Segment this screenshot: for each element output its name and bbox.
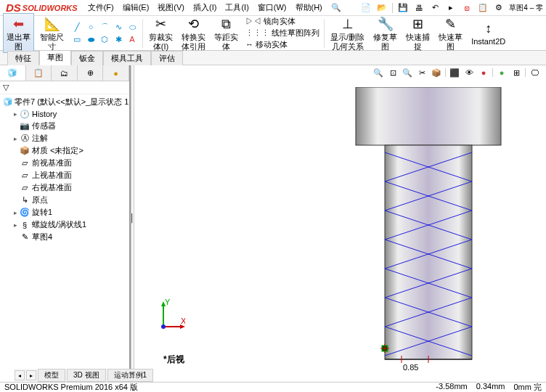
- filter-icon[interactable]: ▽: [3, 83, 13, 93]
- tab-3dview[interactable]: 3D 视图: [67, 369, 106, 382]
- convert-button[interactable]: ⟲ 转换实 体引用: [179, 14, 208, 52]
- exit-sketch-button[interactable]: ⬅ 退出草 图: [3, 13, 34, 52]
- text-icon[interactable]: A: [126, 33, 138, 45]
- menu-view[interactable]: 视图(V): [153, 2, 189, 13]
- display-relations-button[interactable]: ⊥ 显示/删除 几何关系: [327, 14, 367, 52]
- dim-tab[interactable]: ⊕: [78, 65, 104, 81]
- tree-history[interactable]: ▸🕐History: [1, 108, 128, 120]
- menu-tools[interactable]: 工具(I): [221, 2, 253, 13]
- expand-icon[interactable]: ▸: [12, 221, 19, 229]
- appearance-icon[interactable]: ●: [496, 67, 508, 78]
- save-icon[interactable]: 💾: [397, 2, 409, 14]
- config-tab[interactable]: 🗂: [52, 65, 78, 81]
- tree-helix[interactable]: ▸§螺旋线/涡状线1: [1, 219, 128, 231]
- display-tab[interactable]: ●: [103, 65, 129, 81]
- status-bar: SOLIDWORKS Premium 2016 x64 版 -3.58mm 0.…: [0, 382, 546, 392]
- new-icon[interactable]: 📄: [360, 2, 372, 14]
- menu-window[interactable]: 窗口(W): [253, 2, 291, 13]
- tab-model[interactable]: 模型: [38, 369, 65, 382]
- tree-front-plane[interactable]: ▱前视基准面: [1, 157, 128, 169]
- tab-mold[interactable]: 模具工具: [103, 51, 151, 65]
- select-icon[interactable]: ▸: [445, 2, 457, 14]
- mirror-icon: ▷◁: [245, 17, 261, 25]
- menu-edit[interactable]: 编辑(E): [118, 2, 154, 13]
- polygon-icon[interactable]: ⬡: [99, 33, 110, 45]
- point-icon[interactable]: ✱: [113, 33, 124, 45]
- tab-evaluate[interactable]: 评估: [151, 51, 183, 65]
- options-icon[interactable]: 📋: [477, 2, 489, 14]
- doc-name: 草图4 – 零: [509, 3, 543, 13]
- heads-up-toolbar: 🔍 ⊡ 🔍 ✂ 📦 ⬛ 👁 ● ● ⊞ 🖵: [372, 67, 540, 78]
- tree-origin[interactable]: ↳原点: [1, 194, 128, 206]
- ds-logo-icon: DS: [6, 1, 21, 14]
- instant2d-button[interactable]: ↕ Instant2D: [468, 18, 508, 47]
- tree-top-plane[interactable]: ▱上视基准面: [1, 169, 128, 181]
- smart-dim-button[interactable]: 📐 智能尺 寸: [37, 14, 67, 52]
- tree-sketch4[interactable]: ✎草图4: [1, 231, 128, 243]
- mirror-button[interactable]: ▷◁ 镜向实体: [245, 16, 319, 27]
- feature-tree-tab[interactable]: 🧊: [0, 65, 26, 81]
- tab-feature[interactable]: 特征: [7, 51, 39, 65]
- tree-sensors[interactable]: 📷传感器: [1, 120, 128, 132]
- tree-right-plane[interactable]: ▱右视基准面: [1, 181, 128, 194]
- undo-icon[interactable]: ↶: [429, 2, 441, 14]
- viewport[interactable]: 🔍 ⊡ 🔍 ✂ 📦 ⬛ 👁 ● ● ⊞ 🖵: [134, 65, 546, 370]
- menu-insert[interactable]: 插入(I): [189, 2, 221, 13]
- ellipse-icon[interactable]: ⬭: [126, 21, 138, 33]
- spline-icon[interactable]: ∿: [113, 21, 124, 33]
- prev-view-icon[interactable]: 🔍: [402, 67, 413, 78]
- zoom-fit-icon[interactable]: 🔍: [372, 67, 384, 78]
- open-icon[interactable]: 📂: [376, 2, 388, 14]
- instant2d-icon: ↕: [480, 20, 497, 37]
- menu-search-icon[interactable]: 🔍: [327, 3, 346, 12]
- tab-motion[interactable]: 运动算例1: [107, 369, 154, 382]
- origin-icon: ↳: [19, 195, 30, 205]
- zoom-area-icon[interactable]: ⊡: [387, 67, 399, 78]
- view-triad[interactable]: Y X: [149, 298, 185, 334]
- expand-icon[interactable]: ▸: [12, 110, 19, 118]
- trim-button[interactable]: ✂ 剪裁实 体(I): [146, 14, 176, 52]
- move-button[interactable]: ↔ 移动实体: [245, 39, 319, 50]
- scene-icon[interactable]: ●: [478, 67, 489, 78]
- menu-help[interactable]: 帮助(H): [291, 2, 327, 13]
- smart-dim-icon: 📐: [44, 15, 61, 33]
- repair-button[interactable]: 🔧 修复草 图: [370, 14, 400, 52]
- print-icon[interactable]: 🖶: [413, 2, 425, 14]
- line-icon[interactable]: ╱: [71, 21, 83, 33]
- render-icon[interactable]: ⊞: [510, 67, 522, 78]
- move-icon: ↔: [245, 40, 253, 49]
- menu-file[interactable]: 文件(F): [83, 2, 118, 13]
- display-style-icon[interactable]: ⬛: [449, 67, 460, 78]
- slot-icon[interactable]: ⬬: [85, 33, 97, 45]
- tree-annotations[interactable]: ▸Ⓐ注解: [1, 132, 128, 144]
- rapid-button[interactable]: ⊞ 快速捕 捉: [403, 14, 433, 52]
- circle-icon[interactable]: ○: [85, 21, 97, 33]
- svg-text:Y: Y: [165, 298, 171, 306]
- linear-pattern-button[interactable]: ⋮⋮⋮ 线性草图阵列: [245, 28, 319, 38]
- view-orient-icon[interactable]: 📦: [431, 67, 442, 78]
- exit-sketch-icon: ⬅: [10, 15, 28, 33]
- rect-icon[interactable]: ▭: [71, 33, 83, 45]
- ribbon: ⬅ 退出草 图 📐 智能尺 寸 ╱ ○ ⌒ ∿ ⬭ ▭ ⬬ ⬡ ✱ A ✂ 剪裁…: [0, 16, 546, 51]
- expand-icon[interactable]: ▸: [12, 209, 19, 216]
- tab-sheetmetal[interactable]: 钣金: [71, 51, 103, 65]
- tree-material[interactable]: 📦材质 <未指定>: [1, 144, 128, 157]
- feature-tree: 🧊 零件7 (默认<<默认>_显示状态 1>) ▸🕐History 📷传感器 ▸…: [0, 94, 129, 370]
- rebuild-icon[interactable]: ⦻: [461, 2, 473, 14]
- tree-revolve[interactable]: ▸🌀旋转1: [1, 206, 128, 219]
- settings-icon[interactable]: ⚙: [493, 2, 505, 14]
- plane-icon: ▱: [19, 183, 30, 193]
- tab-prev-icon[interactable]: ◂: [15, 370, 25, 380]
- section-icon[interactable]: ✂: [416, 67, 428, 78]
- tab-sketch[interactable]: 草图: [39, 50, 71, 65]
- hide-show-icon[interactable]: 👁: [463, 67, 475, 78]
- arc-icon[interactable]: ⌒: [99, 21, 110, 33]
- tree-root[interactable]: 🧊 零件7 (默认<<默认>_显示状态 1>): [1, 96, 128, 108]
- property-tab[interactable]: 📋: [26, 65, 52, 81]
- trim-icon: ✂: [152, 15, 170, 33]
- expand-icon[interactable]: ▸: [12, 135, 19, 142]
- offset-button[interactable]: ⧉ 等距实 体: [211, 14, 241, 52]
- settings-view-icon[interactable]: 🖵: [529, 67, 540, 78]
- tab-next-icon[interactable]: ▸: [26, 370, 36, 380]
- quick-sketch-button[interactable]: ✎ 快速草 图: [436, 14, 465, 52]
